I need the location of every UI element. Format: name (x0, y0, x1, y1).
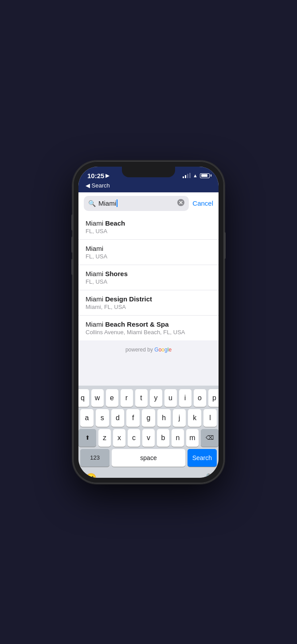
key-c[interactable]: c (128, 429, 140, 447)
result-name: Miami Beach (86, 219, 211, 227)
key-g[interactable]: g (142, 409, 155, 427)
result-name: Miami Shores (86, 270, 211, 277)
result-item[interactable]: Miami Design District Miami, FL, USA (78, 290, 219, 316)
key-b[interactable]: b (157, 429, 169, 447)
result-name: Miami Design District (86, 295, 211, 303)
location-icon: ▶ (106, 173, 109, 179)
result-item[interactable]: Miami Shores FL, USA (78, 265, 219, 290)
notch (122, 167, 175, 177)
empty-space (78, 359, 219, 386)
phone-frame: 10:25 ▶ ▲ ◀ Search 🔍 (73, 161, 224, 483)
key-z[interactable]: z (98, 429, 111, 447)
key-i[interactable]: i (179, 389, 191, 407)
result-name: Miami (86, 245, 211, 252)
phone-screen: 10:25 ▶ ▲ ◀ Search 🔍 (78, 167, 219, 478)
key-u[interactable]: u (164, 389, 177, 407)
results-list: Miami Beach FL, USA Miami FL, USA Miami … (78, 215, 219, 340)
clear-button[interactable] (177, 199, 184, 208)
key-e[interactable]: e (106, 389, 118, 407)
key-h[interactable]: h (157, 409, 171, 427)
keyboard-row-4: 123 space Search (80, 449, 217, 467)
result-subtitle: FL, USA (86, 253, 211, 260)
key-r[interactable]: r (121, 389, 133, 407)
back-button[interactable]: ◀ Search (86, 182, 211, 189)
spacer (102, 469, 195, 478)
key-w[interactable]: w (91, 389, 104, 407)
result-item[interactable]: Miami Beach Resort & Spa Collins Avenue,… (78, 316, 219, 340)
key-n[interactable]: n (172, 429, 184, 447)
shift-key[interactable]: ⬆ (78, 429, 96, 447)
delete-key[interactable]: ⌫ (201, 429, 219, 447)
key-m[interactable]: m (186, 429, 199, 447)
key-q[interactable]: q (78, 389, 89, 407)
key-l[interactable]: l (203, 409, 217, 427)
keyboard: q w e r t y u i o p a s d f g h j k (78, 386, 219, 478)
result-subtitle: FL, USA (86, 228, 211, 234)
google-attribution: powered by Google (78, 340, 219, 359)
battery-icon (200, 173, 210, 178)
search-icon: 🔍 (88, 200, 96, 207)
key-y[interactable]: y (150, 389, 162, 407)
status-icons: ▲ (183, 173, 210, 178)
key-j[interactable]: j (173, 409, 186, 427)
key-f[interactable]: f (126, 409, 140, 427)
key-o[interactable]: o (194, 389, 206, 407)
key-p[interactable]: p (208, 389, 219, 407)
search-input[interactable]: Miami (98, 199, 175, 207)
result-item[interactable]: Miami FL, USA (78, 240, 219, 265)
result-subtitle: Miami, FL, USA (86, 304, 211, 310)
search-input-wrapper[interactable]: 🔍 Miami (84, 196, 189, 211)
result-item[interactable]: Miami Beach FL, USA (78, 215, 219, 240)
text-cursor (117, 199, 117, 207)
search-area: 🔍 Miami Cancel (78, 192, 219, 215)
result-subtitle: Collins Avenue, Miami Beach, FL, USA (86, 329, 211, 336)
mic-key[interactable]: 🎤 (197, 469, 215, 478)
result-subtitle: FL, USA (86, 278, 211, 285)
keyboard-action-row: 🙂 🎤 (80, 469, 217, 478)
emoji-key[interactable]: 🙂 (82, 469, 100, 478)
key-s[interactable]: s (96, 409, 109, 427)
keyboard-row-2: a s d f g h j k l (80, 409, 217, 427)
space-key[interactable]: space (112, 449, 185, 467)
status-time: 10:25 ▶ (87, 172, 109, 180)
cancel-button[interactable]: Cancel (192, 199, 213, 207)
wifi-icon: ▲ (193, 173, 198, 178)
nav-bar: ◀ Search (78, 181, 219, 192)
keyboard-row-3: ⬆ z x c v b n m ⌫ (80, 429, 217, 447)
key-k[interactable]: k (188, 409, 201, 427)
search-key[interactable]: Search (188, 449, 217, 467)
key-v[interactable]: v (142, 429, 155, 447)
key-d[interactable]: d (111, 409, 125, 427)
keyboard-row-1: q w e r t y u i o p (80, 389, 217, 407)
key-x[interactable]: x (113, 429, 125, 447)
result-name: Miami Beach Resort & Spa (86, 320, 211, 328)
numbers-key[interactable]: 123 (80, 449, 109, 467)
key-t[interactable]: t (135, 389, 148, 407)
key-a[interactable]: a (80, 409, 94, 427)
signal-icon (183, 173, 191, 178)
